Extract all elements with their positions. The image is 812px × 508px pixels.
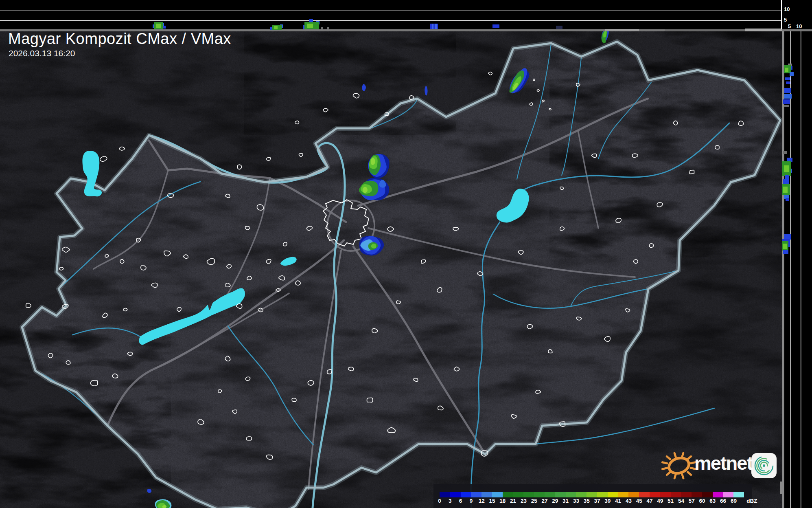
legend-chip (576, 492, 587, 497)
legend-chip (461, 492, 471, 497)
legend-tick-label: 9 (470, 498, 473, 504)
legend-tick-labels: 0369121518212325272931333537394143454749… (440, 498, 758, 504)
legend-chip (628, 492, 639, 497)
legend-tick-label: 29 (552, 498, 558, 504)
legend-tick-label: 37 (594, 498, 600, 504)
side-axis-label-5: 5 (788, 24, 791, 29)
legend-chip (566, 492, 576, 497)
metnet-app-icon (751, 453, 777, 478)
legend-chip (692, 492, 702, 497)
legend-tick-label: 6 (459, 498, 462, 504)
legend-chip (440, 492, 450, 497)
legend-chip (545, 492, 555, 497)
legend-chip (534, 492, 545, 497)
legend-chip (723, 492, 734, 497)
legend-chip (660, 492, 671, 497)
legend-chip (555, 492, 566, 497)
legend-chip (513, 492, 524, 497)
legend-tick-label: 66 (720, 498, 726, 504)
legend-chip (650, 492, 660, 497)
legend-tick-label: 25 (531, 498, 537, 504)
legend-tick-label: 43 (626, 498, 632, 504)
legend-tick-label: 35 (584, 498, 590, 504)
legend-tick-label: 12 (479, 498, 485, 504)
legend-tick-label: 57 (689, 498, 695, 504)
legend-chip (523, 492, 534, 497)
metnet-wordmark: metnet (694, 453, 752, 473)
legend-chip (492, 492, 503, 497)
legend-tick-label: 18 (499, 498, 506, 504)
legend-chip (471, 492, 482, 497)
radar-screenshot: Magyar Kompozit CMax / VMax 2026.03.13 1… (0, 0, 812, 508)
radar-map-canvas (0, 0, 812, 508)
page-title: Magyar Kompozit CMax / VMax (8, 30, 231, 48)
legend-tick-label: 0 (438, 498, 441, 504)
legend-tick-label: 33 (573, 498, 579, 504)
legend-tick-label: 27 (541, 498, 547, 504)
legend-chip (671, 492, 681, 497)
legend-tick-label: 60 (699, 498, 705, 504)
side-axis-label-10: 10 (796, 24, 802, 29)
legend-chip (639, 492, 650, 497)
legend-tick-label: 3 (449, 498, 452, 504)
legend-tick-label: 45 (636, 498, 642, 504)
legend-chip (587, 492, 597, 497)
timestamp: 2026.03.13 16:20 (9, 48, 75, 58)
legend-chip (702, 492, 713, 497)
legend-tick-label: 51 (668, 498, 674, 504)
legend-tick-label: 41 (615, 498, 621, 504)
legend-chip (450, 492, 461, 497)
legend-chip (503, 492, 513, 497)
legend-tick-label: 69 (731, 498, 737, 504)
legend-tick-label: 31 (562, 498, 569, 504)
legend-color-scale (440, 492, 744, 497)
legend-unit-label: dBZ (746, 498, 757, 504)
legend-tick-label: 15 (489, 498, 495, 504)
legend-tick-label: 47 (646, 498, 652, 504)
top-axis-label-10: 10 (784, 7, 790, 12)
legend-tick-label: 49 (657, 498, 663, 504)
legend-chip (608, 492, 618, 497)
legend-tick-label: 23 (521, 498, 527, 504)
legend-chip (733, 492, 744, 497)
legend-tick-label: 21 (510, 498, 516, 504)
legend-tick-label: 63 (709, 498, 716, 504)
legend-chip (713, 492, 723, 497)
legend-chip (482, 492, 492, 497)
legend-chip (681, 492, 692, 497)
legend-chip (597, 492, 608, 497)
legend-tick-label: 54 (678, 498, 684, 504)
legend-tick-label: 39 (604, 498, 611, 504)
legend-chip (618, 492, 629, 497)
top-axis-label-5: 5 (784, 17, 787, 22)
